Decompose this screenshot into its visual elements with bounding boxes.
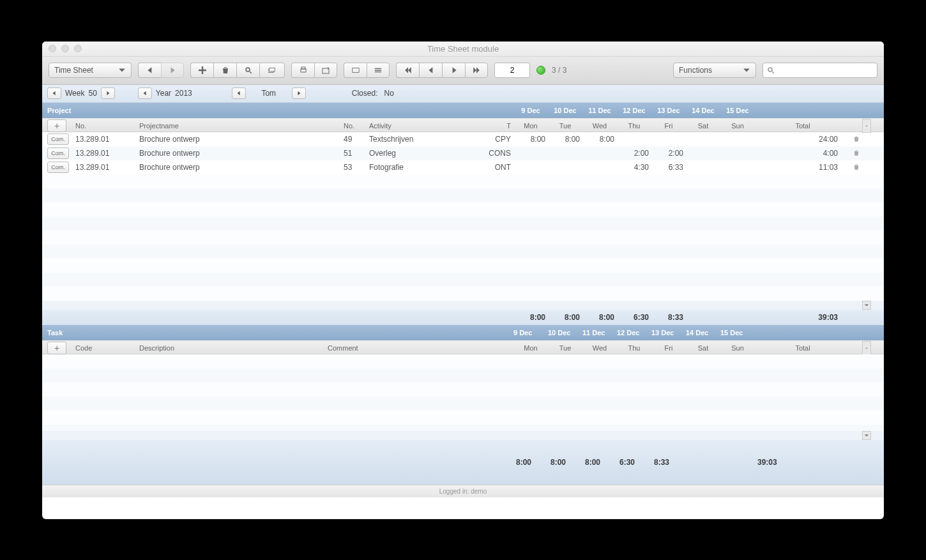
find-button[interactable] <box>236 63 259 78</box>
prev-icon <box>427 66 435 74</box>
cell-fri[interactable]: 2:00 <box>651 146 686 160</box>
print-button[interactable] <box>291 63 314 78</box>
form-view-icon <box>352 66 360 74</box>
cell-fri[interactable]: 6:33 <box>651 160 686 174</box>
cell-total: 4:00 <box>755 146 851 160</box>
cell-t: CPY <box>462 132 513 146</box>
task-column-header: + Code Description Comment Mon Tue Wed T… <box>42 340 884 354</box>
chevron-down-icon <box>743 66 750 74</box>
record-number-input[interactable] <box>494 63 530 78</box>
quick-search-input[interactable] <box>777 66 873 75</box>
col-no2: No. <box>341 119 367 133</box>
cell-sun[interactable] <box>720 132 755 146</box>
comment-button[interactable]: Com. <box>47 133 69 145</box>
empty-row <box>42 287 884 301</box>
nav-back-button[interactable] <box>138 63 161 78</box>
empty-row <box>42 231 884 245</box>
table-row[interactable]: Com.13.289.01Brochure ontwerp49Textschri… <box>42 132 884 146</box>
search-icon <box>245 66 252 74</box>
user-next-button[interactable] <box>292 87 306 99</box>
cell-thu[interactable]: 2:00 <box>617 146 651 160</box>
date-header: 9 Dec <box>513 325 548 340</box>
cell-sat[interactable] <box>686 132 720 146</box>
last-record-button[interactable] <box>465 63 488 78</box>
next-icon <box>450 66 458 74</box>
comment-button[interactable]: Com. <box>47 162 69 173</box>
total-fri: 8:33 <box>651 310 686 325</box>
show-all-button[interactable] <box>259 63 285 78</box>
cell-mon[interactable] <box>513 160 548 174</box>
user-prev-button[interactable] <box>232 87 246 99</box>
chevron-down-icon <box>118 66 126 74</box>
cell-thu[interactable] <box>617 132 651 146</box>
comment-button[interactable]: Com. <box>47 148 69 159</box>
date-header: 13 Dec <box>651 103 686 118</box>
task-section-header: Task 9 Dec 10 Dec 11 Dec 12 Dec 13 Dec 1… <box>42 325 884 340</box>
cell-tue[interactable] <box>548 160 582 174</box>
col-description: Description <box>137 341 325 355</box>
cell-no2: 51 <box>341 146 367 160</box>
col-day: Wed <box>582 341 617 355</box>
cell-thu[interactable]: 4:30 <box>617 160 651 174</box>
cell-sat[interactable] <box>686 160 720 174</box>
project-section-label: Project <box>42 103 513 118</box>
cell-sun[interactable] <box>720 146 755 160</box>
week-label: Week <box>65 89 84 98</box>
scroll-down-button[interactable] <box>862 301 871 310</box>
year-prev-button[interactable] <box>138 87 152 99</box>
layout-dropdown[interactable]: Time Sheet <box>49 63 132 78</box>
first-icon <box>404 66 412 74</box>
functions-dropdown-label: Functions <box>679 66 712 75</box>
nav-forward-button[interactable] <box>161 63 184 78</box>
scroll-down-button[interactable] <box>862 431 871 440</box>
delete-row-button[interactable] <box>851 132 862 146</box>
week-next-button[interactable] <box>101 87 115 99</box>
chevron-up-icon <box>865 345 868 351</box>
export-button[interactable] <box>314 63 337 78</box>
svg-rect-2 <box>269 68 275 72</box>
cell-fri[interactable] <box>651 132 686 146</box>
new-record-button[interactable] <box>190 63 213 78</box>
year-value: 2013 <box>175 89 192 98</box>
last-icon <box>473 66 480 74</box>
delete-row-button[interactable] <box>851 146 862 160</box>
triangle-right-icon <box>105 91 110 96</box>
functions-dropdown[interactable]: Functions <box>673 63 756 78</box>
date-header: 9 Dec <box>513 103 548 118</box>
scroll-up-button[interactable] <box>862 341 871 355</box>
first-record-button[interactable] <box>396 63 419 78</box>
week-prev-button[interactable] <box>47 87 61 99</box>
scroll-up-button[interactable] <box>862 119 871 133</box>
cell-wed[interactable] <box>582 160 617 174</box>
gtotal-sun <box>720 440 755 485</box>
prev-record-button[interactable] <box>419 63 442 78</box>
layout-dropdown-label: Time Sheet <box>54 66 93 75</box>
empty-row <box>42 273 884 287</box>
cell-sun[interactable] <box>720 160 755 174</box>
next-record-button[interactable] <box>442 63 465 78</box>
trash-icon <box>853 163 860 170</box>
delete-record-button[interactable] <box>213 63 236 78</box>
svg-point-0 <box>246 68 250 72</box>
cell-sat[interactable] <box>686 146 720 160</box>
date-header: 12 Dec <box>617 325 651 340</box>
empty-row <box>42 174 884 188</box>
quick-search[interactable] <box>763 63 877 78</box>
cell-tue[interactable] <box>548 146 582 160</box>
cell-wed[interactable] <box>582 146 617 160</box>
svg-rect-3 <box>301 69 306 72</box>
add-project-row-button[interactable]: + <box>47 119 66 132</box>
cell-mon[interactable] <box>513 146 548 160</box>
cell-wed[interactable]: 8:00 <box>582 132 617 146</box>
table-row[interactable]: Com.13.289.01Brochure ontwerp51OverlegCO… <box>42 146 884 160</box>
table-row[interactable]: Com.13.289.01Brochure ontwerp53Fotografi… <box>42 160 884 174</box>
delete-row-button[interactable] <box>851 160 862 174</box>
view-form-button[interactable] <box>344 63 367 78</box>
col-total: Total <box>755 119 851 133</box>
add-task-row-button[interactable]: + <box>47 342 66 354</box>
app-window: Time Sheet module Time Sheet <box>42 42 884 519</box>
cell-mon[interactable]: 8:00 <box>513 132 548 146</box>
cell-tue[interactable]: 8:00 <box>548 132 582 146</box>
closed-label: Closed: <box>352 89 378 98</box>
view-list-button[interactable] <box>367 63 390 78</box>
